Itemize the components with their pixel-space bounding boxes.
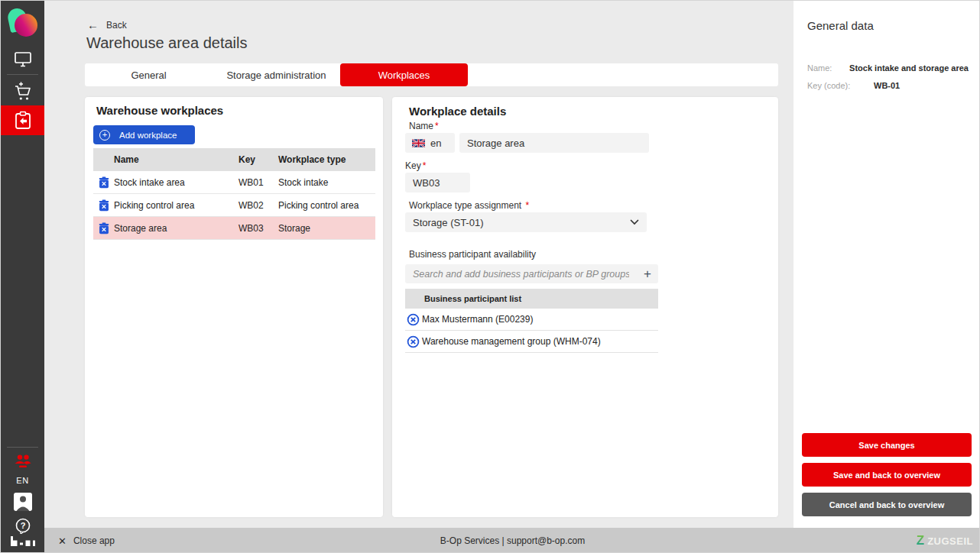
workplace-type-select[interactable]: Storage (ST-01) [405,212,647,232]
page-title: Warehouse area details [86,34,248,52]
sidebar: EN ? [1,1,44,553]
table-row-storage-selected[interactable]: Storage area WB03 Storage [93,217,375,240]
main-content: ← Back Warehouse area details General St… [44,1,793,528]
table-row-picking-control[interactable]: Picking control area WB02 Picking contro… [93,194,375,217]
brand-logo[interactable] [7,7,39,39]
language-switcher[interactable]: EN [1,476,44,485]
chevron-down-icon [630,219,639,225]
cell-key: WB01 [239,177,278,188]
save-changes-button[interactable]: Save changes [802,433,972,457]
general-data-name-row: Name: Stock intake and storage area [807,63,969,73]
workplace-key-input[interactable] [405,173,470,192]
header-key: Key [239,154,278,165]
cell-key: WB02 [239,200,278,211]
type-field-label: Workplace type assignment * [409,200,529,211]
zugseil-z-icon: Z [917,533,924,548]
brand-logo-circle [15,14,37,37]
sidebar-divider-bottom [7,447,38,448]
bp-search-input[interactable] [405,264,637,283]
cart-plus-icon [14,82,32,102]
language-code: en [430,137,441,149]
monitor-icon [14,51,32,68]
cell-type: Picking control area [278,200,375,211]
add-participant-icon[interactable]: + [637,267,658,280]
cell-type: Storage [278,223,375,234]
tab-storage-administration[interactable]: Storage administration [213,63,340,86]
tab-bar: General Storage administration Workplace… [85,63,778,86]
save-and-back-button[interactable]: Save and back to overview [802,463,972,487]
bp-item-label: Warehouse management group (WHM-074) [422,336,601,347]
header-name: Name [114,154,239,165]
general-data-name-label: Name: [807,63,832,73]
required-asterisk: * [423,160,427,171]
sidebar-item-user-groups[interactable] [1,451,44,471]
app-window: EN ? [0,0,980,553]
add-workplace-label: Add workplace [119,131,177,140]
clipboard-return-icon [14,111,32,131]
header-type: Workplace type [278,154,375,165]
user-group-icon [13,454,33,468]
workplaces-table: Name Key Workplace type Stock intake are… [93,148,375,240]
support-text: B-Op Services | support@b-op.com [440,535,585,546]
general-data-key-label: Key (code): [807,81,850,90]
uk-flag-icon [412,139,425,147]
tab-general[interactable]: General [85,63,213,86]
workplace-type-value: Storage (ST-01) [413,217,484,228]
sidebar-item-warehouse-active[interactable] [1,105,44,135]
general-data-panel: General data Name: Stock intake and stor… [793,1,980,528]
footer-bar: ✕ Close app B-Op Services | support@b-op… [44,528,980,553]
close-app-label: Close app [73,535,115,546]
sidebar-item-desktop[interactable] [1,45,44,74]
bp-list-header: Business participant list [405,289,658,309]
cancel-and-back-button[interactable]: Cancel and back to overview [802,493,972,516]
zugseil-brand-name: ZUGSEIL [927,535,973,547]
remove-participant-icon[interactable] [407,335,420,348]
workplaces-panel-title: Warehouse workplaces [96,104,223,117]
svg-text:?: ? [20,521,25,530]
workplace-details-panel: Workplace details Name* en Key* [392,97,778,517]
bp-list-item: Warehouse management group (WHM-074) [405,331,658,353]
back-arrow-icon: ← [87,19,99,31]
cell-type: Stock intake [278,177,375,188]
required-asterisk: * [526,200,530,211]
cell-name: Picking control area [114,200,239,211]
b-op-logo-icon [10,536,36,546]
workplace-name-input[interactable] [459,133,649,153]
back-label: Back [106,20,127,31]
user-avatar-icon [14,493,32,511]
cell-key: WB03 [239,223,278,234]
sidebar-item-help[interactable]: ? [1,516,44,535]
general-data-name-value: Stock intake and storage area [849,63,969,73]
workplaces-table-header: Name Key Workplace type [93,148,375,171]
workplaces-panel: Warehouse workplaces + Add workplace Nam… [85,97,383,517]
table-row-stock-intake[interactable]: Stock intake area WB01 Stock intake [93,171,375,194]
help-icon: ? [15,517,31,534]
delete-workplace-icon[interactable] [99,199,109,212]
language-select[interactable]: en [405,133,455,153]
cell-name: Stock intake area [114,177,239,188]
cell-name: Storage area [114,223,239,234]
bp-search-field: + [405,264,658,283]
add-workplace-button[interactable]: + Add workplace [93,125,195,144]
name-field-label: Name* [409,121,439,131]
bp-item-label: Max Mustermann (E00239) [422,314,533,325]
zugseil-brand: Z ZUGSEIL [917,533,973,548]
key-field-label: Key* [405,160,426,171]
plus-circle-icon: + [99,130,110,141]
sidebar-item-cart[interactable] [1,77,44,106]
delete-workplace-icon[interactable] [99,222,109,234]
tab-workplaces[interactable]: Workplaces [340,63,468,86]
remove-participant-icon[interactable] [407,313,420,326]
close-app-button[interactable]: ✕ Close app [58,535,115,547]
general-data-key-row: Key (code): WB-01 [807,81,969,90]
b-op-logo [1,534,44,548]
bp-list-item: Max Mustermann (E00239) [405,309,658,331]
general-data-key-value: WB-01 [874,81,900,90]
details-panel-title: Workplace details [409,105,506,118]
general-data-title: General data [807,19,874,32]
back-button[interactable]: ← Back [87,19,127,31]
bp-section-label: Business participant availability [409,249,536,260]
sidebar-item-profile[interactable] [1,491,44,513]
delete-workplace-icon[interactable] [99,176,109,189]
required-asterisk: * [435,121,439,131]
